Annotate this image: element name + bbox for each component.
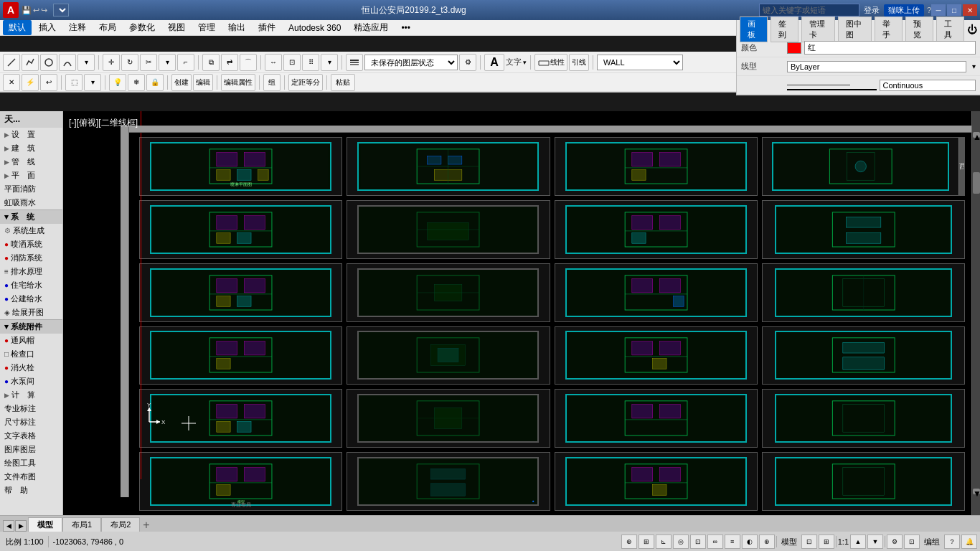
edit-block[interactable]: 编辑	[193, 74, 213, 91]
sidebar-item-res-water[interactable]: ● 住宅给水	[0, 278, 62, 292]
vscroll-up[interactable]: ▲	[973, 132, 980, 138]
otrack-btn[interactable]: ∞	[707, 534, 723, 549]
viewport-btn2[interactable]: ⊞	[819, 534, 834, 549]
floorplan-cell-22[interactable]: ●	[347, 452, 550, 511]
floorplan-cell-2[interactable]	[347, 137, 550, 196]
viewport-btn1[interactable]: ⊡	[801, 534, 817, 549]
sel-cycling-btn[interactable]: ⊕	[759, 534, 775, 549]
sidebar-item-text-table[interactable]: 文字表格	[0, 429, 62, 443]
osnap-btn[interactable]: ⊡	[690, 534, 706, 549]
menu-more[interactable]: •••	[395, 22, 416, 34]
floorplan-cell-23[interactable]	[555, 452, 758, 511]
fillet-tool[interactable]: ⌐	[177, 54, 194, 71]
sidebar-item-help[interactable]: 帮 助	[0, 484, 62, 497]
floorplan-cell-16[interactable]	[762, 326, 965, 385]
menu-view[interactable]: 视图	[162, 20, 191, 35]
sidebar-item-access[interactable]: □ 检查口	[0, 347, 62, 361]
ortho-btn[interactable]: ⊾	[656, 534, 672, 549]
polyline-tool[interactable]	[22, 54, 39, 71]
lineweight-btn[interactable]: ≡	[725, 534, 740, 549]
sidebar-item-settings[interactable]: ▶ 设 置	[0, 128, 62, 141]
floorplan-cell-7[interactable]	[555, 200, 758, 259]
color-value[interactable]: 红	[804, 41, 976, 55]
erase-tool[interactable]: ✕	[3, 74, 20, 91]
circle-tool[interactable]	[40, 54, 57, 71]
copy-tool[interactable]: ⧉	[202, 54, 220, 71]
sidebar-item-calc[interactable]: ▶ 计 算	[0, 388, 62, 402]
canvas-vscrollbar[interactable]: ▲ ▼	[971, 111, 980, 515]
scale-tool[interactable]: ⊡	[283, 54, 301, 71]
notify-btn[interactable]: 🔔	[961, 534, 977, 549]
array-tool[interactable]: ⠿	[302, 54, 319, 71]
sidebar-item-vent-cap[interactable]: ● 通风帽	[0, 334, 62, 347]
search-input[interactable]	[759, 4, 859, 17]
stretch-tool[interactable]: ↔	[265, 54, 282, 71]
menu-default[interactable]: 默认	[3, 20, 32, 35]
sidebar-item-hydrant[interactable]: ● 消火栓	[0, 361, 62, 375]
draw-more[interactable]: ▾	[77, 54, 95, 71]
upload-btn[interactable]: 猫咪上传	[884, 4, 924, 17]
sidebar-item-plan[interactable]: ▶ 平 面	[0, 169, 62, 182]
menu-insert[interactable]: 插入	[33, 20, 62, 35]
floorplan-cell-3[interactable]	[555, 137, 758, 196]
tab-next-btn[interactable]: ▶	[15, 520, 27, 532]
sidebar-item-pub-water[interactable]: ● 公建给水	[0, 292, 62, 306]
layer-btn[interactable]	[346, 54, 363, 71]
model-space-btn[interactable]: 模型	[778, 537, 800, 547]
menu-autodesk360[interactable]: Autodesk 360	[283, 22, 347, 34]
add-tab-btn[interactable]: +	[143, 519, 149, 532]
menu-plugin[interactable]: 插件	[253, 20, 281, 35]
sidebar-item-expand[interactable]: ◈ 绘展开图	[0, 306, 62, 319]
layer-off[interactable]: 💡	[109, 74, 126, 91]
menu-manage[interactable]: 管理	[192, 20, 221, 35]
linetype-value[interactable]: ByLayer	[787, 61, 966, 72]
floorplan-cell-24[interactable]	[762, 452, 965, 511]
menu-layout[interactable]: 布局	[93, 20, 122, 35]
leader-dim[interactable]: 引线	[569, 54, 589, 71]
floorplan-cell-12[interactable]	[762, 263, 965, 322]
help-btn[interactable]: ?	[944, 534, 960, 549]
layer-state-dropdown[interactable]: 未保存的图层状态	[364, 55, 458, 70]
floorplan-cell-6[interactable]	[347, 200, 550, 259]
color-swatch[interactable]	[787, 42, 801, 54]
sidebar-item-sys-gen[interactable]: ⚙ 系统生成	[0, 224, 62, 237]
maximize-btn[interactable]: □	[947, 4, 961, 16]
grid-btn[interactable]: ⊞	[639, 534, 654, 549]
group-btn[interactable]: 组	[263, 74, 281, 91]
sidebar-item-lib[interactable]: 图库图层	[0, 443, 62, 456]
sidebar-item-pump[interactable]: ● 水泵间	[0, 375, 62, 388]
sidebar-item-pipe[interactable]: ▶ 管 线	[0, 155, 62, 169]
floorplan-cell-19[interactable]	[555, 389, 758, 448]
floorplan-cell-18[interactable]	[347, 389, 550, 448]
sidebar-item-prof-dim[interactable]: 专业标注	[0, 402, 62, 415]
vscroll-down[interactable]: ▼	[973, 489, 980, 494]
sidebar-item-dim[interactable]: 尺寸标注	[0, 415, 62, 429]
arc-tool[interactable]	[59, 54, 76, 71]
sidebar-item-sprinkler[interactable]: ● 喷洒系统	[0, 237, 62, 251]
vscroll-thumb[interactable]	[973, 172, 980, 194]
sidebar-item-fire-sys[interactable]: ● 消防系统	[0, 251, 62, 265]
create-block[interactable]: 创建	[171, 74, 192, 91]
floorplan-cell-9[interactable]	[139, 263, 342, 322]
menu-param[interactable]: 参数化	[123, 20, 161, 35]
sidebar-item-file-layout[interactable]: 文件布图	[0, 470, 62, 484]
menu-annotate[interactable]: 注释	[63, 20, 92, 35]
polar-btn[interactable]: ◎	[673, 534, 689, 549]
floorplan-cell-13[interactable]	[139, 326, 342, 385]
floorplan-cell-8[interactable]	[762, 200, 965, 259]
ratio-btn2[interactable]: ▼	[867, 534, 883, 549]
tab-model[interactable]: 模型	[28, 517, 62, 532]
floorplan-cell-5[interactable]	[139, 200, 342, 259]
linear-dim[interactable]: 线性	[534, 54, 567, 71]
minimize-btn[interactable]: ─	[931, 4, 946, 16]
snap-btn[interactable]: ⊕	[621, 534, 637, 549]
workspace-selector[interactable]: 草图与注释	[53, 4, 69, 17]
tab-prev-btn[interactable]: ◀	[3, 520, 14, 532]
sidebar-item-arch[interactable]: ▶ 建 筑	[0, 141, 62, 155]
sidebar-item-siphon[interactable]: 虹吸雨水	[0, 196, 62, 209]
layer-dropdown[interactable]: WALL	[597, 55, 683, 70]
canvas-area[interactable]: [-][俯视][二维线框]	[63, 111, 980, 515]
power-icon[interactable]: ⏻	[967, 24, 977, 35]
paste-btn[interactable]: 粘贴	[331, 74, 355, 91]
sidebar-item-draw-tools[interactable]: 绘图工具	[0, 456, 62, 470]
